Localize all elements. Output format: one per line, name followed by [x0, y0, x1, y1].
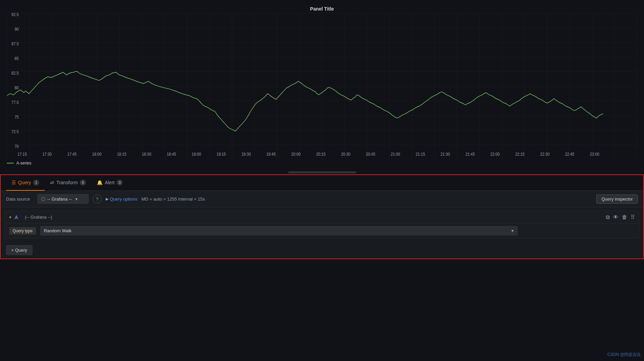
query-type-row: Query type Random Walk ▾	[5, 223, 639, 238]
svg-text:22:15: 22:15	[515, 152, 524, 156]
datasource-label: Data source	[6, 197, 33, 202]
query-tab-label: Query	[18, 180, 31, 185]
query-row-a: ▾ A (-- Grafana --) ⧉ 👁 🗑 ⠿ Query type R…	[5, 211, 639, 238]
svg-text:75: 75	[15, 115, 19, 119]
svg-text:18:30: 18:30	[142, 152, 151, 156]
svg-rect-0	[7, 13, 637, 159]
datasource-icon: ⬡	[41, 196, 45, 202]
transform-tab-icon: ⇄	[50, 180, 54, 185]
svg-text:19:30: 19:30	[241, 152, 251, 156]
transform-tab-label: Transform	[56, 180, 78, 185]
query-type-label: Query type	[9, 227, 36, 235]
svg-text:92.5: 92.5	[12, 13, 19, 17]
svg-text:17:15: 17:15	[17, 152, 27, 156]
query-options-label: Query options	[110, 197, 137, 202]
query-options-meta: MD = auto = 1255 Interval = 15s	[141, 197, 205, 202]
svg-text:19:15: 19:15	[216, 152, 226, 156]
svg-text:82.5: 82.5	[12, 71, 19, 75]
bottom-panel: ☰ Query 1 ⇄ Transform 0 🔔 Alert 0 Data s…	[0, 174, 644, 259]
svg-text:22:45: 22:45	[565, 152, 574, 156]
svg-text:21:15: 21:15	[416, 152, 425, 156]
chart-svg: 92.5 90 87.5 85 82.5 80 77.5 75 72.5 70 …	[7, 13, 637, 159]
query-type-dropdown-arrow: ▾	[511, 228, 514, 233]
query-inspector-button[interactable]: Query inspector	[596, 194, 638, 204]
chart-inner: 92.5 90 87.5 85 82.5 80 77.5 75 72.5 70 …	[0, 13, 644, 159]
query-type-select[interactable]: Random Walk ▾	[40, 226, 518, 235]
legend-area: A-series	[0, 159, 644, 167]
svg-text:17:45: 17:45	[67, 152, 76, 156]
svg-text:72.5: 72.5	[12, 129, 19, 134]
svg-text:70: 70	[15, 144, 19, 148]
svg-text:21:30: 21:30	[440, 152, 450, 156]
datasource-name: -- Grafana --	[47, 197, 72, 202]
tab-transform[interactable]: ⇄ Transform 0	[45, 175, 91, 191]
svg-text:18:00: 18:00	[92, 152, 101, 156]
collapse-icon[interactable]: ▾	[9, 215, 11, 220]
query-row-letter: A	[15, 215, 21, 220]
alert-tab-icon: 🔔	[97, 180, 103, 185]
query-tab-icon: ☰	[12, 180, 16, 185]
drag-handle-icon[interactable]: ⠿	[631, 214, 635, 220]
alert-tab-label: Alert	[105, 180, 115, 185]
add-query-row: + Query	[1, 242, 643, 258]
datasource-select[interactable]: ⬡ -- Grafana -- ▾	[38, 194, 89, 204]
query-row-datasource-hint: (-- Grafana --)	[25, 215, 52, 220]
svg-text:85: 85	[15, 56, 19, 61]
query-tab-badge: 1	[33, 179, 39, 186]
svg-text:19:45: 19:45	[266, 152, 275, 156]
svg-text:20:15: 20:15	[316, 152, 325, 156]
svg-text:80: 80	[15, 85, 19, 90]
svg-text:20:00: 20:00	[291, 152, 300, 156]
alert-tab-badge: 0	[117, 179, 123, 186]
query-row-a-header: ▾ A (-- Grafana --) ⧉ 👁 🗑 ⠿	[5, 211, 639, 223]
add-query-label: + Query	[11, 248, 27, 253]
duplicate-icon[interactable]: ⧉	[606, 214, 610, 220]
add-query-button[interactable]: + Query	[6, 245, 32, 255]
transform-tab-badge: 0	[80, 179, 86, 186]
legend-line	[7, 163, 14, 163]
panel-title: Panel Title	[0, 3, 644, 13]
query-options-button[interactable]: ▶ Query options MD = auto = 1255 Interva…	[106, 197, 205, 202]
visibility-icon[interactable]: 👁	[613, 214, 618, 220]
svg-text:21:00: 21:00	[391, 152, 400, 156]
svg-text:18:45: 18:45	[167, 152, 176, 156]
svg-text:90: 90	[15, 27, 19, 31]
scrollbar-area	[0, 170, 644, 174]
svg-text:22:00: 22:00	[490, 152, 499, 156]
svg-text:87.5: 87.5	[12, 42, 19, 46]
tab-alert[interactable]: 🔔 Alert 0	[91, 175, 128, 191]
help-button[interactable]: ?	[93, 194, 102, 203]
datasource-dropdown-arrow: ▾	[75, 197, 78, 202]
datasource-row: Data source ⬡ -- Grafana -- ▾ ? ▶ Query …	[1, 191, 643, 207]
svg-text:17:30: 17:30	[42, 152, 51, 156]
svg-text:23:00: 23:00	[590, 152, 599, 156]
svg-text:20:30: 20:30	[341, 152, 350, 156]
svg-text:77.5: 77.5	[12, 100, 19, 105]
scrollbar-track	[288, 171, 356, 173]
watermark: CSDN @阿提说说	[607, 352, 641, 358]
svg-text:19:00: 19:00	[192, 152, 201, 156]
svg-text:18:15: 18:15	[117, 152, 126, 156]
chart-container: Panel Title 92.5 90 87.5 85 82.5 80 77.5…	[0, 0, 644, 170]
query-type-value: Random Walk	[44, 228, 72, 233]
svg-text:22:30: 22:30	[540, 152, 549, 156]
tab-query[interactable]: ☰ Query 1	[6, 175, 45, 191]
delete-icon[interactable]: 🗑	[622, 214, 627, 220]
tabs-row: ☰ Query 1 ⇄ Transform 0 🔔 Alert 0	[1, 175, 643, 191]
query-options-chevron: ▶	[106, 197, 108, 201]
query-row-actions: ⧉ 👁 🗑 ⠿	[606, 214, 635, 220]
svg-text:21:45: 21:45	[465, 152, 475, 156]
legend-label: A-series	[16, 161, 31, 166]
svg-text:20:45: 20:45	[366, 152, 375, 156]
